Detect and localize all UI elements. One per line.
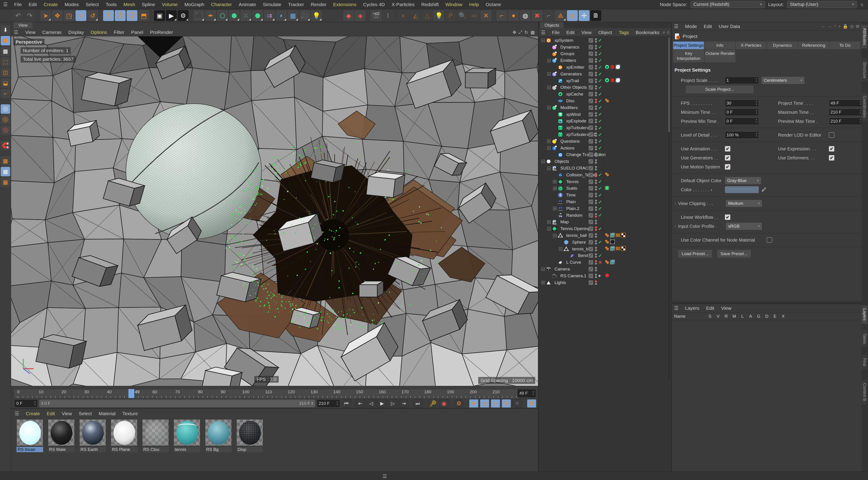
visibility-dots[interactable] <box>595 266 597 272</box>
lock-y-axis[interactable]: Ⓨ <box>115 10 126 21</box>
layers-menu-edit[interactable]: Edit <box>703 306 718 311</box>
disabled-x-icon[interactable]: ✕ <box>598 260 602 265</box>
collapse-icon[interactable]: – <box>547 59 551 62</box>
material-menu-texture[interactable]: Texture <box>119 411 141 416</box>
autokey-record-button[interactable]: ◉ <box>439 399 449 408</box>
layer-toggle[interactable] <box>589 146 593 150</box>
visibility-dots[interactable] <box>595 51 597 57</box>
visibility-dots[interactable] <box>595 253 597 258</box>
key-position-toggle[interactable]: ✥ <box>469 399 478 408</box>
menu-character[interactable]: Character <box>208 2 235 7</box>
tree-item-xpsystem[interactable]: –xpSystem✓ <box>539 37 671 44</box>
layer-toggle[interactable] <box>589 179 593 184</box>
tag-uv[interactable] <box>616 233 620 238</box>
tag-checker[interactable] <box>621 233 626 238</box>
visibility-dots[interactable] <box>595 172 597 178</box>
enabled-check-icon[interactable]: ✓ <box>598 199 602 205</box>
collapse-icon[interactable]: – <box>547 86 551 89</box>
enabled-check-icon[interactable]: ✓ <box>598 44 602 50</box>
back-icon[interactable]: ← <box>822 24 826 29</box>
falloff-a[interactable]: ◐ <box>398 10 409 21</box>
tree-item-random[interactable]: Random✓ <box>539 212 671 219</box>
magnet-tool[interactable]: 🧲 <box>1 141 10 150</box>
last-tool[interactable]: ↺ <box>87 10 98 21</box>
new-document[interactable]: 🗎 <box>590 10 601 21</box>
layer-toggle[interactable] <box>589 159 593 164</box>
rotate-tool[interactable]: ↻ <box>75 10 86 21</box>
menu-spline[interactable]: Spline <box>138 2 158 7</box>
side-tab-attributes[interactable]: Attributes <box>862 25 867 48</box>
layer-toggle[interactable] <box>589 193 593 197</box>
key-pla-toggle[interactable]: ⁙ <box>513 399 522 408</box>
current-frame-spinner[interactable]: 49 F˄˅ <box>517 389 536 398</box>
enabled-check-icon[interactable]: ✓ <box>598 253 602 258</box>
visibility-dots[interactable] <box>595 179 597 184</box>
floor-object[interactable]: ▦ <box>287 10 298 21</box>
visibility-dots[interactable] <box>595 185 597 191</box>
tree-item-lights[interactable]: +Lights <box>539 279 671 286</box>
quantize-move[interactable]: ✛ <box>579 10 590 21</box>
layer-toggle[interactable] <box>589 253 593 258</box>
enabled-check-icon[interactable]: ✓ <box>598 65 602 70</box>
side-tab-find[interactable]: Find <box>862 355 867 369</box>
visibility-dots[interactable] <box>595 159 597 164</box>
previous-frame-button[interactable]: ◁ <box>366 399 376 408</box>
tag-phong[interactable] <box>604 172 610 178</box>
checkbox[interactable]: ✔ <box>725 164 730 170</box>
visibility-dots[interactable] <box>595 78 597 83</box>
enabled-check-icon[interactable]: ✓ <box>598 145 602 150</box>
material-rs-clou[interactable]: RS Clou <box>141 419 170 452</box>
side-tab-coordinates[interactable]: Coordinates <box>862 93 867 121</box>
visibility-dots[interactable] <box>595 105 597 110</box>
tree-item-tennis-ball[interactable]: –tennis_ball <box>539 246 671 252</box>
visibility-dots[interactable] <box>595 145 597 151</box>
visibility-dots[interactable] <box>595 58 597 63</box>
magnify[interactable]: 🔍 <box>457 10 468 21</box>
preview-range-slider[interactable]: ‖ 0 F 210 F ‖ <box>39 400 315 407</box>
target-icon[interactable]: ◎ <box>850 24 854 29</box>
add-cube-object[interactable]: ⬛ <box>193 10 204 21</box>
default-color-select[interactable]: Gray-Blue˅ <box>725 177 761 184</box>
coordinate-system[interactable]: ⬒ <box>138 10 149 21</box>
visibility-dots[interactable] <box>595 112 597 117</box>
attribute-menu-user-data[interactable]: User Data <box>715 24 743 29</box>
move-tool[interactable]: ✥ <box>52 10 63 21</box>
layer-toggle[interactable] <box>589 119 593 123</box>
tree-item-xptrail[interactable]: xpTrail✓ <box>539 77 671 84</box>
tree-item-plain-2[interactable]: +Plain.2✓ <box>539 205 671 212</box>
enabled-check-icon[interactable]: ✓ <box>598 213 602 218</box>
pan-view-icon[interactable]: ✥ <box>513 30 517 35</box>
layer-toggle[interactable] <box>589 213 593 218</box>
tree-item-disc[interactable]: Disc✓ <box>539 98 671 104</box>
workplane-axis[interactable]: ⌐ <box>496 10 507 21</box>
tree-item-xpemitter[interactable]: xpEmitter✓ <box>539 64 671 71</box>
attribute-tab-octane-render[interactable]: Octane Render <box>705 50 736 62</box>
object-menu-bookmarks[interactable]: Bookmarks <box>632 30 663 35</box>
tag-texteal[interactable] <box>610 233 615 238</box>
tag-texblack[interactable] <box>610 239 615 245</box>
range-start-spinner[interactable]: 0 F˄˅ <box>14 400 38 408</box>
collapse-icon[interactable]: – <box>553 234 557 237</box>
enabled-check-icon[interactable]: ✓ <box>598 152 602 158</box>
layer-toggle[interactable] <box>589 247 593 251</box>
snap-3d[interactable]: Ⓢ <box>1 126 10 135</box>
visibility-dots[interactable] <box>595 71 597 77</box>
viewport-canvas[interactable]: Perspective Number of emitters: 1 Total … <box>11 36 538 386</box>
side-tab-takes[interactable]: Takes <box>862 330 867 347</box>
layer-toggle[interactable] <box>589 45 593 49</box>
menu-edit[interactable]: Edit <box>25 2 40 7</box>
next-frame-button[interactable]: ▷ <box>388 399 398 408</box>
visibility-dots[interactable] <box>595 166 597 171</box>
visibility-dots[interactable] <box>595 98 597 104</box>
tree-item-xpturbulence-1[interactable]: xpTurbulence.1✓ <box>539 131 671 138</box>
playhead[interactable]: 49 <box>128 389 134 398</box>
enabled-check-icon[interactable]: ✓ <box>598 51 602 57</box>
workplane-handles[interactable]: ◍ <box>520 10 531 21</box>
enabled-check-icon[interactable]: ✓ <box>598 186 602 191</box>
layer-toggle[interactable] <box>589 227 593 231</box>
rotate-view-icon[interactable]: ↻ <box>524 30 528 35</box>
tag-phong[interactable] <box>604 260 610 265</box>
checkbox[interactable]: ✔ <box>725 146 730 151</box>
up-icon[interactable]: ↑ <box>834 24 836 29</box>
tree-item-tennis[interactable]: +Tennis✓ <box>539 178 671 185</box>
